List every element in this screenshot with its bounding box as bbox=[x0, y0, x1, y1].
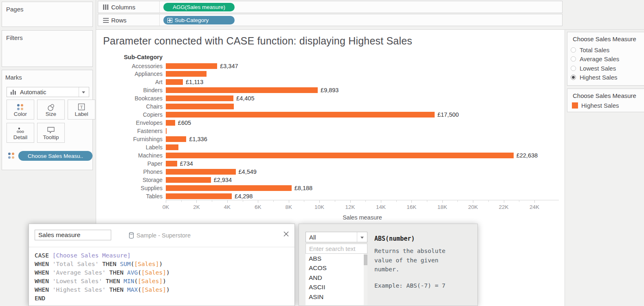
calc-name-input[interactable] bbox=[35, 230, 111, 240]
label-button[interactable]: T Label bbox=[68, 100, 95, 120]
parameter-card: Choose Sales Measure Total SalesAverage … bbox=[567, 32, 644, 86]
scrollbar-thumb[interactable] bbox=[364, 255, 367, 265]
function-list-item[interactable]: AND bbox=[306, 273, 367, 283]
code-token: SUM bbox=[120, 261, 131, 267]
code-token: 'Total Sales' bbox=[53, 261, 102, 267]
function-list-item[interactable]: ABS bbox=[306, 254, 367, 264]
dropdown-arrow-box[interactable] bbox=[79, 87, 89, 97]
bar-chart-icon bbox=[11, 90, 16, 95]
x-axis-tick bbox=[227, 200, 228, 203]
radio-option-average-sales[interactable]: Average Sales bbox=[571, 55, 619, 63]
function-category-dropdown[interactable]: All bbox=[306, 232, 367, 242]
mark-type-dropdown[interactable]: Automatic bbox=[7, 87, 89, 97]
detail-button[interactable]: Detail bbox=[7, 123, 34, 143]
bar-mark[interactable] bbox=[166, 185, 292, 191]
rows-shelf[interactable]: Rows Sub-Category bbox=[98, 14, 563, 26]
bar-category-label: Supplies bbox=[97, 185, 163, 191]
bar-mark[interactable] bbox=[166, 71, 207, 77]
chart-row: Copiers£17,500 bbox=[96, 111, 560, 119]
function-category-value: All bbox=[309, 234, 316, 241]
bar-category-label: Envelopes bbox=[97, 120, 163, 126]
tooltip-button[interactable]: Tooltip bbox=[37, 123, 65, 143]
bar-mark[interactable] bbox=[166, 104, 234, 109]
bar-mark[interactable] bbox=[166, 87, 318, 93]
bar-mark[interactable] bbox=[166, 79, 183, 85]
x-axis-tick-label: 12K bbox=[342, 204, 358, 210]
size-button[interactable]: Size bbox=[37, 100, 65, 120]
code-token: CASE bbox=[35, 252, 53, 259]
filters-shelf[interactable]: Filters bbox=[2, 30, 93, 67]
x-axis-tick bbox=[304, 200, 304, 202]
pill-agg-sales-measure[interactable]: AGG(Sales measure) bbox=[163, 3, 235, 11]
pill-sub-category[interactable]: Sub-Category bbox=[163, 16, 235, 24]
function-description: Returns the absolute value of the given … bbox=[374, 246, 454, 274]
bar-mark[interactable] bbox=[166, 136, 186, 142]
function-search-input[interactable] bbox=[306, 244, 367, 254]
bar-value-label: £8,188 bbox=[295, 185, 312, 191]
dropdown-arrow-box[interactable] bbox=[357, 232, 367, 242]
x-axis-tick-label: 10K bbox=[311, 204, 327, 210]
bar-mark[interactable] bbox=[166, 63, 217, 69]
chart-row: Appliances bbox=[96, 70, 560, 78]
bar-category-label: Accessories bbox=[97, 63, 163, 69]
scrollbar-track[interactable] bbox=[364, 254, 367, 305]
bar-mark[interactable] bbox=[166, 144, 178, 150]
close-icon[interactable] bbox=[283, 231, 290, 237]
bar-mark[interactable] bbox=[166, 112, 435, 118]
x-axis-tick bbox=[504, 200, 504, 203]
radio-button[interactable] bbox=[571, 66, 576, 71]
radio-button[interactable] bbox=[571, 56, 576, 62]
x-axis-tick-label: 18K bbox=[434, 204, 451, 210]
bar-mark[interactable] bbox=[166, 193, 232, 199]
rows-shelf-label: Rows bbox=[111, 17, 127, 24]
chart-row: Tables£4,298 bbox=[96, 192, 560, 200]
bar-category-label: Paper bbox=[97, 160, 163, 167]
x-axis-tick bbox=[289, 200, 289, 203]
radio-option-total-sales[interactable]: Total Sales bbox=[571, 46, 609, 53]
bar-mark[interactable] bbox=[166, 169, 236, 175]
bar-category-label: Binders bbox=[97, 87, 163, 93]
bar-mark[interactable] bbox=[166, 120, 175, 126]
bar-value-label: £734 bbox=[180, 160, 193, 167]
detail-button-label: Detail bbox=[7, 134, 34, 140]
x-axis-title: Sales measure bbox=[166, 214, 559, 221]
function-list: ABSACOSANDASCIIASIN bbox=[306, 254, 367, 305]
x-axis-tick bbox=[534, 200, 535, 203]
bar-mark[interactable] bbox=[166, 177, 211, 183]
code-line: WHEN 'Average Sales' THEN AVG([Sales]) bbox=[35, 268, 170, 277]
shelf-separator bbox=[159, 14, 160, 26]
chevron-down-icon bbox=[82, 91, 85, 93]
bar-mark[interactable] bbox=[166, 153, 514, 158]
code-token: AVG bbox=[127, 269, 138, 276]
mark-type-value: Automatic bbox=[20, 89, 46, 95]
columns-icon bbox=[103, 4, 109, 10]
bar-category-label: Phones bbox=[97, 169, 163, 175]
bar-mark[interactable] bbox=[166, 128, 167, 134]
code-token: WHEN bbox=[35, 278, 53, 284]
parameter-pill-choose-sales-measure[interactable]: Choose Sales Measu.. bbox=[18, 151, 92, 161]
code-token: WHEN bbox=[35, 286, 53, 293]
x-axis-tick bbox=[258, 200, 258, 203]
function-list-item[interactable]: ASCII bbox=[306, 283, 367, 293]
function-list-item[interactable]: ACOS bbox=[306, 264, 367, 273]
color-button-label: Color bbox=[7, 111, 34, 117]
radio-option-highest-sales[interactable]: Highest Sales bbox=[571, 74, 618, 81]
formula-editor[interactable]: CASE [Choose Sales Measure]WHEN 'Total S… bbox=[35, 251, 170, 303]
pages-shelf-title: Pages bbox=[6, 6, 24, 13]
radio-option-lowest-sales[interactable]: Lowest Sales bbox=[571, 64, 616, 72]
columns-shelf[interactable]: Columns AGG(Sales measure) bbox=[98, 1, 563, 13]
pages-shelf[interactable]: Pages bbox=[2, 2, 93, 27]
code-token: THEN bbox=[106, 278, 124, 284]
bar-category-label: Fasteners bbox=[97, 128, 163, 134]
radio-button[interactable] bbox=[571, 75, 576, 80]
legend-item[interactable]: Highest Sales bbox=[572, 102, 619, 109]
function-list-item[interactable]: ASIN bbox=[306, 292, 367, 302]
bar-mark[interactable] bbox=[166, 161, 177, 166]
color-button[interactable]: Color bbox=[7, 100, 34, 120]
code-line: WHEN 'Total Sales' THEN SUM([Sales]) bbox=[35, 260, 170, 268]
label-button-label: Label bbox=[68, 111, 95, 117]
radio-button[interactable] bbox=[571, 47, 576, 53]
expand-plus-icon[interactable] bbox=[167, 18, 172, 23]
bar-mark[interactable] bbox=[166, 95, 233, 101]
code-token: ( bbox=[138, 286, 141, 293]
